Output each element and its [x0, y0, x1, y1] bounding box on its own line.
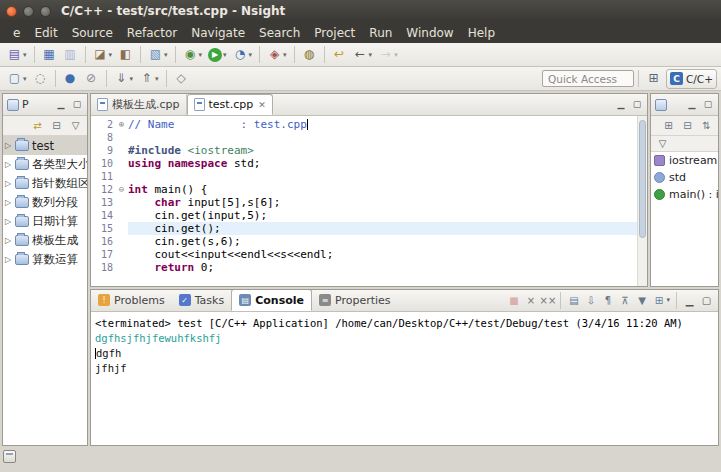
outline-item[interactable]: main() : int [651, 186, 718, 203]
tree-item-label: 模板生成 [32, 233, 78, 248]
collapse-all-button[interactable]: ⊟ [679, 118, 696, 134]
minimize-view-button[interactable]: ▁ [613, 96, 629, 112]
code-line: 9#include <iostream> [91, 144, 637, 157]
last-edit-location-button[interactable]: ↩ [330, 45, 349, 65]
tree-item[interactable]: ▷算数运算 [3, 250, 87, 269]
clear-console-button[interactable]: ▤ [565, 291, 582, 309]
pin-editor-button[interactable]: ◇ [172, 69, 191, 89]
tab-properties[interactable]: ≡Properties [312, 289, 398, 311]
editor-scrollbar[interactable] [637, 116, 647, 286]
external-tools-button[interactable]: ◈▾ [265, 45, 289, 65]
minimize-window-button[interactable] [23, 6, 34, 17]
new-wizard-button[interactable]: ▤▾ [5, 45, 29, 65]
editor-tab[interactable]: test.cpp✕ [187, 94, 273, 115]
run-button[interactable]: ▶▾ [206, 45, 229, 65]
new-cpp-wizard-button[interactable]: ▧▾ [146, 45, 170, 65]
save-button[interactable]: ▦ [40, 45, 59, 65]
menu-item-help[interactable]: Help [461, 24, 502, 42]
debug-button[interactable]: ◉▾ [181, 45, 205, 65]
code-editor[interactable]: 2⊕// Name : test.cpp89#include <iostream… [91, 116, 637, 286]
build-all-button[interactable]: ◧ [116, 45, 135, 65]
collapse-all-button[interactable]: ⊟ [48, 118, 65, 134]
profile-button[interactable]: ◔▾ [231, 45, 255, 65]
twistie-icon[interactable]: ▷ [5, 160, 14, 169]
quick-access-wrap [542, 70, 634, 87]
expand-all-button[interactable]: ⊞ [660, 118, 677, 134]
outline-item[interactable]: std [651, 169, 718, 186]
quick-access-input[interactable] [542, 70, 634, 87]
open-element-button[interactable]: ◌ [31, 69, 50, 89]
twistie-icon[interactable]: ▷ [5, 255, 14, 264]
menu-item-navigate[interactable]: Navigate [184, 24, 252, 42]
maximize-view-button[interactable]: ▢ [700, 96, 716, 112]
back-button[interactable]: ←▾ [351, 45, 375, 65]
new-file-button[interactable]: ▢▾ [5, 69, 29, 89]
pin-console-button[interactable]: ⊼ [616, 291, 633, 309]
twistie-icon[interactable]: ▷ [5, 198, 14, 207]
twistie-icon[interactable]: ▷ [5, 217, 14, 226]
twistie-icon[interactable]: ▷ [5, 141, 14, 150]
menu-item-window[interactable]: Window [399, 24, 460, 42]
tree-item[interactable]: ▷指针数组区别 [3, 174, 87, 193]
terminate-button[interactable]: ■ [505, 291, 522, 309]
tree-item[interactable]: ▷数列分段 [3, 193, 87, 212]
line-number: 9 [91, 144, 115, 157]
minimize-view-button[interactable]: ▁ [684, 96, 700, 112]
display-selected-console-button[interactable]: ▼ [633, 291, 650, 309]
fold-marker-icon[interactable]: ⊕ [115, 118, 128, 131]
menu-item-refactor[interactable]: Refactor [120, 24, 184, 42]
scroll-lock-button[interactable]: ⇩ [582, 291, 599, 309]
sort-button[interactable]: ⇅ [698, 118, 715, 134]
view-menu-button[interactable]: ▽ [654, 136, 671, 152]
search-button[interactable]: ◍ [300, 45, 319, 65]
previous-annotation-button[interactable]: ⇑▾ [137, 69, 161, 89]
menu-item-e[interactable]: e [6, 24, 27, 42]
editor-tab[interactable]: 模板生成.cpp [91, 94, 187, 115]
fold-marker-icon[interactable]: ⊖ [115, 183, 128, 196]
twistie-icon[interactable]: ▷ [5, 236, 14, 245]
remove-all-terminated-button[interactable]: ×× [539, 291, 556, 309]
perspective-cpp-button[interactable]: C C/C+ [666, 69, 717, 89]
save-all-button[interactable]: ▥ [61, 45, 80, 65]
menu-item-edit[interactable]: Edit [27, 24, 64, 42]
menu-item-search[interactable]: Search [252, 24, 307, 42]
remove-launch-button[interactable]: × [522, 291, 539, 309]
tab-tasks[interactable]: ✓Tasks [172, 289, 231, 311]
outline-item[interactable]: iostream [651, 152, 718, 169]
word-wrap-button[interactable]: ¶ [599, 291, 616, 309]
window-controls [0, 6, 51, 17]
twistie-icon[interactable]: ▷ [5, 179, 14, 188]
minimize-view-button[interactable]: ▁ [53, 96, 69, 112]
project-explorer-tab[interactable]: P [3, 94, 33, 115]
toggle-breakpoint-button[interactable]: ● [61, 69, 80, 89]
outline-tab[interactable] [651, 94, 674, 115]
scrollbar-thumb[interactable] [639, 120, 646, 238]
maximize-view-button[interactable]: ▢ [69, 96, 85, 112]
link-with-editor-button[interactable]: ⇄ [29, 118, 46, 134]
maximize-window-button[interactable] [40, 6, 51, 17]
build-button[interactable]: ◪▾ [91, 45, 115, 65]
minimize-view-button[interactable]: ▁ [681, 291, 698, 309]
view-menu-button[interactable]: ▽ [67, 118, 84, 134]
next-annotation-button[interactable]: ⇓▾ [112, 69, 136, 89]
console-output[interactable]: <terminated> test [C/C++ Application] /h… [91, 313, 718, 445]
forward-button[interactable]: →▾ [376, 45, 400, 65]
fold-column [115, 170, 128, 183]
menu-item-source[interactable]: Source [65, 24, 120, 42]
tree-item[interactable]: ▷日期计算 [3, 212, 87, 231]
tree-item[interactable]: ▷test [3, 136, 87, 155]
maximize-view-button[interactable]: ▢ [698, 291, 715, 309]
tab-problems[interactable]: !Problems [91, 289, 172, 311]
maximize-view-button[interactable]: ▢ [629, 96, 645, 112]
restore-trim-icon[interactable] [3, 450, 16, 463]
open-console-button[interactable]: ⊞▾ [650, 291, 672, 309]
menu-item-project[interactable]: Project [307, 24, 362, 42]
tree-item[interactable]: ▷模板生成 [3, 231, 87, 250]
open-perspective-button[interactable]: ⊞ [644, 69, 663, 89]
close-window-button[interactable] [6, 6, 17, 17]
tree-item[interactable]: ▷各类型大小 [3, 155, 87, 174]
menu-item-run[interactable]: Run [362, 24, 399, 42]
skip-breakpoints-button[interactable]: ⊘ [82, 69, 101, 89]
close-icon[interactable]: ✕ [258, 100, 266, 110]
tab-console[interactable]: ▤Console [231, 289, 312, 311]
